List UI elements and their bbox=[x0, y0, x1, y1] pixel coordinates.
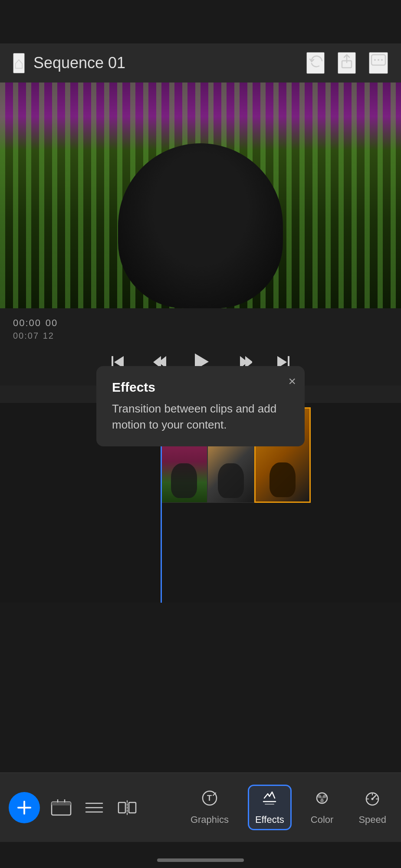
home-button[interactable]: ⌂ bbox=[13, 53, 25, 73]
dog-silhouette bbox=[118, 143, 283, 308]
tab-graphics[interactable]: T Graphics bbox=[184, 786, 235, 829]
toolbar-left bbox=[9, 792, 139, 823]
video-frame bbox=[0, 83, 401, 308]
tab-speed[interactable]: Speed bbox=[352, 786, 392, 829]
tab-color[interactable]: Color bbox=[305, 786, 340, 829]
sequence-title: Sequence 01 bbox=[33, 54, 306, 72]
svg-point-3 bbox=[378, 59, 379, 61]
svg-rect-23 bbox=[118, 802, 125, 813]
effects-tooltip: × Effects Transition between clips and a… bbox=[96, 366, 305, 446]
color-icon bbox=[313, 789, 331, 811]
bottom-toolbar: T Graphics Effects bbox=[0, 772, 401, 842]
color-tab-label: Color bbox=[311, 814, 334, 825]
total-time: 00:07 12 bbox=[13, 329, 388, 341]
tooltip-title: Effects bbox=[112, 380, 289, 395]
status-bar bbox=[0, 0, 401, 43]
clip-1-dog bbox=[171, 463, 197, 498]
svg-point-2 bbox=[374, 59, 376, 61]
share-button[interactable] bbox=[338, 52, 356, 74]
split-button[interactable] bbox=[115, 796, 139, 819]
svg-point-36 bbox=[371, 798, 374, 800]
layers-button[interactable] bbox=[82, 796, 106, 819]
current-time: 00:00 00 bbox=[13, 315, 388, 329]
comment-button[interactable] bbox=[369, 52, 388, 74]
add-button[interactable] bbox=[9, 792, 40, 823]
toolbar-tabs: T Graphics Effects bbox=[139, 785, 392, 830]
svg-point-4 bbox=[381, 59, 383, 61]
home-indicator bbox=[157, 858, 244, 862]
media-library-button[interactable] bbox=[49, 796, 73, 819]
time-display: 00:00 00 00:07 12 bbox=[13, 315, 388, 341]
tooltip-description: Transition between clips and add motion … bbox=[112, 401, 289, 432]
svg-text:T: T bbox=[207, 794, 212, 802]
header-actions bbox=[306, 52, 388, 74]
graphics-icon: T bbox=[201, 789, 218, 811]
svg-rect-24 bbox=[129, 802, 136, 813]
header: ⌂ Sequence 01 bbox=[0, 43, 401, 83]
clip-2-dog bbox=[218, 463, 244, 498]
clip-3-dog bbox=[270, 462, 296, 497]
svg-rect-17 bbox=[52, 802, 71, 805]
speed-tab-label: Speed bbox=[358, 814, 386, 825]
undo-button[interactable] bbox=[306, 52, 325, 74]
video-preview bbox=[0, 83, 401, 308]
graphics-tab-label: Graphics bbox=[191, 814, 229, 825]
speed-icon bbox=[364, 789, 381, 811]
tab-effects[interactable]: Effects bbox=[248, 785, 292, 830]
timeline-area[interactable]: :00 :05 × Effects Transition between cli… bbox=[0, 386, 401, 603]
tooltip-close-button[interactable]: × bbox=[288, 374, 296, 389]
effects-icon bbox=[261, 789, 278, 811]
effects-tab-label: Effects bbox=[255, 814, 284, 825]
